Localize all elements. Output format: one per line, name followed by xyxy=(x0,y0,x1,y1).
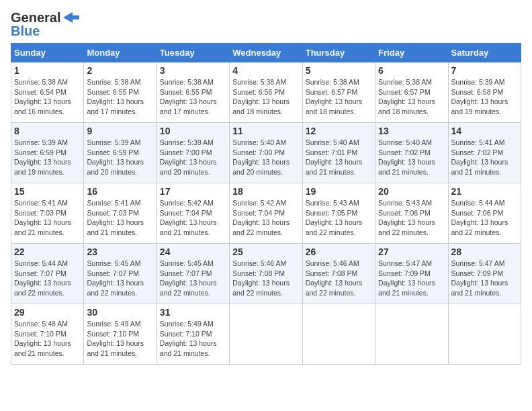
day-info: Sunrise: 5:39 AM Sunset: 6:59 PM Dayligh… xyxy=(14,138,81,177)
day-info: Sunrise: 5:38 AM Sunset: 6:54 PM Dayligh… xyxy=(14,77,81,117)
day-number: 1 xyxy=(14,65,81,76)
day-info: Sunrise: 5:38 AM Sunset: 6:57 PM Dayligh… xyxy=(306,77,372,117)
day-info: Sunrise: 5:41 AM Sunset: 7:02 PM Dayligh… xyxy=(451,138,518,177)
calendar-table: SundayMondayTuesdayWednesdayThursdayFrid… xyxy=(11,43,521,365)
header: General Blue xyxy=(11,11,521,38)
calendar-day-cell: 23Sunrise: 5:45 AM Sunset: 7:07 PM Dayli… xyxy=(84,244,157,304)
day-info: Sunrise: 5:45 AM Sunset: 7:07 PM Dayligh… xyxy=(87,259,153,298)
day-info: Sunrise: 5:47 AM Sunset: 7:09 PM Dayligh… xyxy=(378,259,445,298)
day-info: Sunrise: 5:40 AM Sunset: 7:02 PM Dayligh… xyxy=(378,138,445,177)
calendar-day-cell: 18Sunrise: 5:42 AM Sunset: 7:04 PM Dayli… xyxy=(230,183,302,244)
day-info: Sunrise: 5:44 AM Sunset: 7:07 PM Dayligh… xyxy=(14,259,81,298)
calendar-day-cell: 11Sunrise: 5:40 AM Sunset: 7:00 PM Dayli… xyxy=(230,123,302,183)
day-info: Sunrise: 5:38 AM Sunset: 6:57 PM Dayligh… xyxy=(378,77,445,117)
day-number: 7 xyxy=(451,65,518,76)
day-number: 2 xyxy=(87,65,153,76)
day-number: 4 xyxy=(232,65,299,76)
day-info: Sunrise: 5:38 AM Sunset: 6:56 PM Dayligh… xyxy=(232,77,299,117)
day-info: Sunrise: 5:40 AM Sunset: 7:00 PM Dayligh… xyxy=(232,138,299,177)
header-monday: Monday xyxy=(84,44,157,62)
calendar-day-cell: 20Sunrise: 5:43 AM Sunset: 7:06 PM Dayli… xyxy=(375,183,448,244)
header-friday: Friday xyxy=(375,44,448,62)
day-number: 17 xyxy=(160,186,226,197)
day-number: 21 xyxy=(451,186,518,197)
calendar-day-cell: 3Sunrise: 5:38 AM Sunset: 6:55 PM Daylig… xyxy=(157,62,229,123)
day-number: 13 xyxy=(378,126,445,136)
calendar-week-row: 22Sunrise: 5:44 AM Sunset: 7:07 PM Dayli… xyxy=(11,244,521,304)
calendar-week-row: 8Sunrise: 5:39 AM Sunset: 6:59 PM Daylig… xyxy=(11,123,521,183)
calendar-day-cell: 7Sunrise: 5:39 AM Sunset: 6:58 PM Daylig… xyxy=(448,62,521,123)
day-number: 28 xyxy=(451,246,518,257)
logo-blue: Blue xyxy=(11,24,40,38)
day-number: 10 xyxy=(160,126,226,136)
day-info: Sunrise: 5:38 AM Sunset: 6:55 PM Dayligh… xyxy=(87,77,153,117)
day-info: Sunrise: 5:44 AM Sunset: 7:06 PM Dayligh… xyxy=(451,198,518,238)
empty-cell xyxy=(375,304,448,365)
calendar-day-cell: 13Sunrise: 5:40 AM Sunset: 7:02 PM Dayli… xyxy=(375,123,448,183)
day-number: 20 xyxy=(378,186,445,197)
calendar-day-cell: 25Sunrise: 5:46 AM Sunset: 7:08 PM Dayli… xyxy=(230,244,302,304)
day-info: Sunrise: 5:45 AM Sunset: 7:07 PM Dayligh… xyxy=(160,259,226,298)
day-info: Sunrise: 5:42 AM Sunset: 7:04 PM Dayligh… xyxy=(160,198,226,238)
day-number: 8 xyxy=(14,126,81,136)
calendar-day-cell: 22Sunrise: 5:44 AM Sunset: 7:07 PM Dayli… xyxy=(11,244,84,304)
calendar-day-cell: 15Sunrise: 5:41 AM Sunset: 7:03 PM Dayli… xyxy=(11,183,84,244)
calendar-week-row: 1Sunrise: 5:38 AM Sunset: 6:54 PM Daylig… xyxy=(11,62,521,123)
calendar-header-row: SundayMondayTuesdayWednesdayThursdayFrid… xyxy=(11,44,521,62)
header-thursday: Thursday xyxy=(302,44,375,62)
calendar-week-row: 29Sunrise: 5:48 AM Sunset: 7:10 PM Dayli… xyxy=(11,304,521,365)
logo-general: General xyxy=(11,11,60,24)
calendar-day-cell: 12Sunrise: 5:40 AM Sunset: 7:01 PM Dayli… xyxy=(302,123,375,183)
day-info: Sunrise: 5:39 AM Sunset: 6:58 PM Dayligh… xyxy=(451,77,518,117)
day-info: Sunrise: 5:48 AM Sunset: 7:10 PM Dayligh… xyxy=(14,319,81,359)
day-number: 14 xyxy=(451,126,518,136)
logo: General Blue xyxy=(11,11,79,38)
day-number: 25 xyxy=(232,246,299,257)
calendar-day-cell: 17Sunrise: 5:42 AM Sunset: 7:04 PM Dayli… xyxy=(157,183,229,244)
day-info: Sunrise: 5:41 AM Sunset: 7:03 PM Dayligh… xyxy=(14,198,81,238)
day-number: 12 xyxy=(306,126,372,136)
calendar-day-cell: 6Sunrise: 5:38 AM Sunset: 6:57 PM Daylig… xyxy=(375,62,448,123)
calendar-day-cell: 21Sunrise: 5:44 AM Sunset: 7:06 PM Dayli… xyxy=(448,183,521,244)
calendar-day-cell: 31Sunrise: 5:49 AM Sunset: 7:10 PM Dayli… xyxy=(157,304,229,365)
logo-icon xyxy=(63,12,79,23)
day-info: Sunrise: 5:46 AM Sunset: 7:08 PM Dayligh… xyxy=(306,259,372,298)
day-info: Sunrise: 5:41 AM Sunset: 7:03 PM Dayligh… xyxy=(87,198,153,238)
header-saturday: Saturday xyxy=(448,44,521,62)
calendar-day-cell: 27Sunrise: 5:47 AM Sunset: 7:09 PM Dayli… xyxy=(375,244,448,304)
empty-cell xyxy=(302,304,375,365)
day-number: 31 xyxy=(160,307,226,318)
calendar-day-cell: 14Sunrise: 5:41 AM Sunset: 7:02 PM Dayli… xyxy=(448,123,521,183)
calendar-day-cell: 16Sunrise: 5:41 AM Sunset: 7:03 PM Dayli… xyxy=(84,183,157,244)
empty-cell xyxy=(230,304,302,365)
svg-marker-0 xyxy=(63,12,79,23)
day-number: 23 xyxy=(87,246,153,257)
day-number: 26 xyxy=(306,246,372,257)
calendar-day-cell: 9Sunrise: 5:39 AM Sunset: 6:59 PM Daylig… xyxy=(84,123,157,183)
day-info: Sunrise: 5:43 AM Sunset: 7:05 PM Dayligh… xyxy=(306,198,372,238)
header-tuesday: Tuesday xyxy=(157,44,229,62)
day-number: 24 xyxy=(160,246,226,257)
day-number: 5 xyxy=(306,65,372,76)
day-info: Sunrise: 5:39 AM Sunset: 7:00 PM Dayligh… xyxy=(160,138,226,177)
calendar-day-cell: 19Sunrise: 5:43 AM Sunset: 7:05 PM Dayli… xyxy=(302,183,375,244)
calendar-week-row: 15Sunrise: 5:41 AM Sunset: 7:03 PM Dayli… xyxy=(11,183,521,244)
day-info: Sunrise: 5:39 AM Sunset: 6:59 PM Dayligh… xyxy=(87,138,153,177)
day-number: 27 xyxy=(378,246,445,257)
header-wednesday: Wednesday xyxy=(230,44,302,62)
day-info: Sunrise: 5:49 AM Sunset: 7:10 PM Dayligh… xyxy=(87,319,153,359)
calendar-day-cell: 29Sunrise: 5:48 AM Sunset: 7:10 PM Dayli… xyxy=(11,304,84,365)
day-info: Sunrise: 5:40 AM Sunset: 7:01 PM Dayligh… xyxy=(306,138,372,177)
calendar-day-cell: 26Sunrise: 5:46 AM Sunset: 7:08 PM Dayli… xyxy=(302,244,375,304)
calendar-day-cell: 8Sunrise: 5:39 AM Sunset: 6:59 PM Daylig… xyxy=(11,123,84,183)
calendar-day-cell: 28Sunrise: 5:47 AM Sunset: 7:09 PM Dayli… xyxy=(448,244,521,304)
empty-cell xyxy=(448,304,521,365)
day-number: 29 xyxy=(14,307,81,318)
day-number: 19 xyxy=(306,186,372,197)
day-info: Sunrise: 5:49 AM Sunset: 7:10 PM Dayligh… xyxy=(160,319,226,359)
day-number: 22 xyxy=(14,246,81,257)
day-info: Sunrise: 5:38 AM Sunset: 6:55 PM Dayligh… xyxy=(160,77,226,117)
day-info: Sunrise: 5:46 AM Sunset: 7:08 PM Dayligh… xyxy=(232,259,299,298)
day-info: Sunrise: 5:42 AM Sunset: 7:04 PM Dayligh… xyxy=(232,198,299,238)
day-number: 6 xyxy=(378,65,445,76)
